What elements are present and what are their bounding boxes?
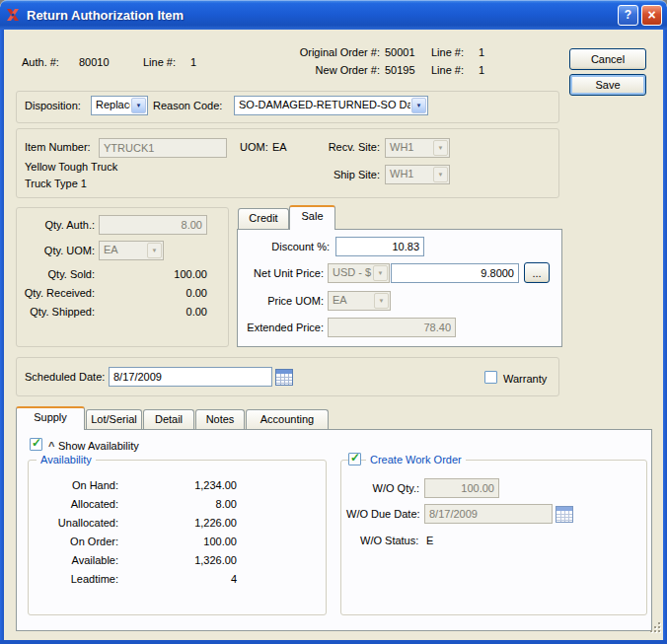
line-number-label: Line #:: [143, 56, 176, 69]
tab-lot-serial[interactable]: Lot/Serial: [86, 409, 142, 429]
resize-grip[interactable]: [649, 621, 662, 634]
chevron-down-icon: ▼: [374, 293, 389, 309]
recv-site-select: WH1 ▼: [385, 138, 450, 158]
unallocated-label: Unallocated:: [34, 517, 118, 530]
on-hand-label: On Hand:: [34, 479, 118, 492]
wo-due-date-field: [424, 504, 553, 524]
show-availability-checkbox[interactable]: ✓: [30, 438, 42, 451]
original-line-value: 1: [479, 46, 484, 59]
uom-label: UOM:: [240, 141, 268, 154]
new-line-value: 1: [479, 64, 484, 77]
wo-status-label: W/O Status:: [360, 535, 418, 547]
new-line-label: Line #:: [431, 64, 464, 77]
available-label: Available:: [34, 554, 118, 567]
chevron-down-icon: ▼: [411, 98, 426, 113]
qty-uom-select: EA ▼: [99, 241, 164, 260]
original-order-label: Original Order #:: [266, 46, 380, 59]
window-title: Return Authorization Item: [27, 8, 615, 23]
price-uom-select: EA ▼: [328, 291, 391, 311]
line-number-value: 1: [190, 56, 196, 69]
create-work-order-title: Create Work Order: [366, 454, 466, 466]
discount-label: Discount %:: [243, 241, 330, 253]
reason-code-label: Reason Code:: [153, 100, 222, 112]
availability-title: Availability: [37, 454, 96, 466]
chevron-down-icon: ▼: [373, 265, 388, 281]
on-order-label: On Order:: [34, 536, 118, 548]
allocated-label: Allocated:: [34, 498, 118, 511]
extended-price-field: [328, 318, 456, 337]
ship-site-value: WH1: [386, 166, 432, 183]
scheduled-date-field[interactable]: [109, 367, 272, 387]
item-description-line2: Truck Type 1: [25, 178, 87, 190]
extended-price-label: Extended Price:: [237, 322, 324, 334]
leadtime-label: Leadtime:: [34, 573, 118, 586]
qty-sold-label: Qty. Sold:: [14, 268, 95, 281]
wo-qty-label: W/O Qty.:: [346, 482, 419, 495]
uom-value: EA: [272, 141, 287, 154]
reason-code-select[interactable]: SO-DAMAGED-RETURNED-SO Damaged ▼: [234, 96, 428, 115]
on-order-value: 100.00: [126, 536, 237, 548]
scheduled-date-label: Scheduled Date:: [25, 371, 105, 384]
show-availability-label: Show Availability: [58, 440, 139, 453]
warranty-label: Warranty: [503, 373, 547, 386]
disposition-label: Disposition:: [25, 100, 81, 112]
new-order-value: 50195: [385, 64, 415, 77]
disposition-value: Replace: [92, 97, 130, 114]
chevron-down-icon: ▼: [131, 98, 146, 113]
leadtime-value: 4: [126, 573, 237, 586]
item-number-label: Item Number:: [25, 141, 91, 154]
reason-code-value: SO-DAMAGED-RETURNED-SO Damaged: [235, 97, 410, 114]
qty-auth-label: Qty. Auth.:: [14, 219, 95, 232]
disposition-select[interactable]: Replace ▼: [91, 96, 148, 115]
collapse-caret-icon[interactable]: ^: [48, 441, 54, 451]
recv-site-value: WH1: [386, 139, 432, 157]
scheduled-date-calendar-button[interactable]: [275, 369, 293, 386]
qty-received-value: 0.00: [128, 287, 207, 300]
qty-uom-label: Qty. UOM:: [14, 245, 95, 257]
wo-due-date-label: W/O Due Date:: [346, 508, 419, 521]
item-description-line1: Yellow Tough Truck: [25, 161, 117, 174]
warranty-checkbox[interactable]: [484, 371, 497, 384]
tab-credit[interactable]: Credit: [238, 208, 289, 229]
tab-accounting[interactable]: Accounting: [246, 409, 329, 429]
tab-notes[interactable]: Notes: [195, 409, 245, 429]
app-icon: [5, 7, 23, 23]
save-button[interactable]: Save: [569, 74, 646, 96]
help-button[interactable]: ?: [618, 5, 638, 26]
tab-supply[interactable]: Supply: [16, 406, 85, 430]
chevron-down-icon: ▼: [433, 167, 448, 182]
wo-qty-field: [424, 478, 499, 498]
auth-number-value: 80010: [79, 56, 110, 69]
net-unit-price-label: Net Unit Price:: [237, 267, 324, 280]
cancel-button[interactable]: Cancel: [569, 48, 646, 70]
wo-status-value: E: [426, 535, 433, 547]
return-authorization-item-window: Return Authorization Item ? × Auth. #: 8…: [0, 0, 667, 644]
qty-sold-value: 100.00: [128, 268, 207, 281]
net-unit-price-field[interactable]: [391, 263, 519, 283]
titlebar[interactable]: Return Authorization Item ? ×: [0, 0, 667, 30]
price-lookup-button[interactable]: ...: [524, 262, 550, 283]
recv-site-label: Recv. Site:: [306, 141, 380, 154]
discount-field[interactable]: [335, 237, 424, 256]
create-work-order-checkbox[interactable]: ✓: [348, 453, 361, 465]
wo-due-date-calendar-button: [556, 506, 573, 523]
price-uom-label: Price UOM:: [237, 295, 324, 308]
tab-sale[interactable]: Sale: [289, 205, 335, 230]
close-button[interactable]: ×: [641, 5, 662, 26]
auth-number-label: Auth. #:: [22, 56, 59, 69]
window-border-bottom: [0, 640, 667, 644]
price-uom-value: EA: [329, 292, 373, 310]
allocated-value: 8.00: [126, 498, 237, 511]
check-icon: ✓: [32, 436, 41, 450]
tab-detail[interactable]: Detail: [143, 409, 194, 429]
qty-uom-value: EA: [100, 242, 146, 259]
unallocated-value: 1,226.00: [126, 517, 237, 530]
on-hand-value: 1,234.00: [126, 479, 237, 492]
check-icon: ✓: [350, 451, 360, 465]
ship-site-select: WH1 ▼: [385, 165, 450, 184]
window-border-right: [663, 30, 667, 644]
qty-shipped-label: Qty. Shipped:: [14, 306, 95, 319]
ship-site-label: Ship Site:: [306, 169, 380, 181]
currency-value: USD - $: [329, 264, 372, 282]
original-order-value: 50001: [385, 46, 415, 59]
